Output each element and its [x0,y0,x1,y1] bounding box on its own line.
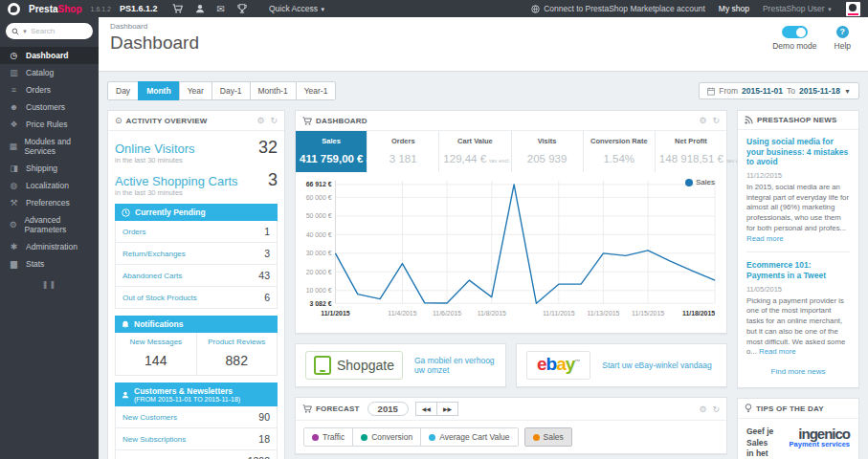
refresh-icon[interactable]: ↻ [712,116,720,125]
sidebar-item-label: Preferences [26,198,70,208]
chart-legend[interactable]: Sales [685,178,715,186]
legend-toggle-conversion[interactable]: Conversion [353,428,421,446]
help-icon[interactable]: ? [836,26,849,38]
range-button-day-1[interactable]: Day-1 [211,81,251,100]
shopgate-link[interactable]: Ga mobiel en verhoog uw omzet [414,356,496,375]
ebay-link[interactable]: Start uw eBay-winkel vandaag [602,361,711,370]
article-title[interactable]: Using social media for your business: 4 … [746,137,850,167]
kpi-value: 1.54% [588,153,651,164]
search-input[interactable] [31,27,83,35]
sidebar-item-label: Shipping [26,164,57,173]
kpi-tab-conversion-rate[interactable]: Conversion Rate 1.54% [584,131,656,172]
sidebar-item-stats[interactable]: ▆Stats [0,255,99,273]
kpi-tab-sales[interactable]: Sales 411 759,00 € tax excl. [296,131,367,172]
article-excerpt: Picking a payment provider is one of the… [746,296,850,359]
legend-toggle-sales[interactable]: Sales [524,427,572,447]
shipping-icon: ◨ [9,164,19,173]
legend-label: Conversion [371,432,412,442]
gear-icon[interactable]: ⚙ [699,404,706,414]
currently-pending-header: Currently Pending [115,204,278,221]
sidebar-item-dashboard[interactable]: ◷Dashboard [0,47,99,64]
prestashop-logo[interactable] [8,3,20,15]
list-item-orders[interactable]: Orders1 [116,221,277,243]
gear-icon[interactable]: ⚙ [256,116,264,125]
cart-icon[interactable] [172,4,183,13]
sidebar: ▼ ◷Dashboard▥Catalog≡Orders☻Customers❖Pr… [0,17,99,459]
lightbulb-icon [745,404,752,413]
sidebar-item-modules-and-services[interactable]: ▦Modules and Services [0,133,99,160]
refresh-icon[interactable]: ↻ [270,116,278,125]
list-item-new-customers[interactable]: New Customers90 [116,406,277,428]
read-more-link[interactable]: Read more [759,347,796,356]
list-item-out-of-stock-products[interactable]: Out of Stock Products6 [116,287,277,308]
kpi-tab-net-profit[interactable]: Net Profit 148 918,51 € tax excl. [656,131,726,172]
notification-value: 882 [199,353,276,368]
sidebar-item-shipping[interactable]: ◨Shipping [0,160,99,177]
kpi-tab-visits[interactable]: Visits 205 939 [512,131,584,172]
sidebar-item-localization[interactable]: ◍Localization [0,177,99,194]
legend-toggle-average-cart-value[interactable]: Average Cart Value [421,428,517,446]
date-range-picker[interactable]: From 2015-11-01 To 2015-11-18 ▼ [699,82,859,99]
read-more-link[interactable]: Read more [746,234,784,243]
sidebar-item-catalog[interactable]: ▥Catalog [0,64,99,81]
range-button-month-1[interactable]: Month-1 [250,81,297,100]
sidebar-item-price-rules[interactable]: ❖Price Rules [0,116,99,133]
gear-icon[interactable]: ⚙ [699,116,706,125]
range-button-year[interactable]: Year [179,81,212,100]
quick-access-menu[interactable]: Quick Access ▼ [269,4,325,13]
list-item-new-subscriptions[interactable]: New Subscriptions18 [116,428,277,450]
legend-dot [361,434,367,441]
forecast-title: FORECAST [316,404,360,413]
date-toolbar: DayMonthYearDay-1Month-1Year-1 From 2015… [107,81,859,100]
kpi-tab-cart-value[interactable]: Cart Value 129,44 € tax excl. [439,131,511,172]
mail-icon[interactable]: ✉ [217,4,225,14]
search-scope-caret[interactable]: ▼ [22,29,28,34]
legend-toggle-traffic[interactable]: Traffic [304,428,353,446]
avatar[interactable] [846,2,860,16]
help-control: ? Help [835,26,851,51]
sidebar-item-preferences[interactable]: ⚒Preferences [0,194,99,211]
sidebar-item-label: Orders [26,85,51,95]
refresh-icon[interactable]: ↻ [712,404,720,414]
notification-product-reviews[interactable]: Product Reviews882 [196,333,278,375]
active-carts-stat[interactable]: Active Shopping Carts 3 [115,170,278,190]
forecast-next-button[interactable]: ▶▶ [436,402,458,416]
customers-rows: New Customers90New Subscriptions18Total … [115,406,278,459]
sidebar-search[interactable]: ▼ [6,23,93,39]
sidebar-item-customers[interactable]: ☻Customers [0,98,99,116]
notification-new-messages[interactable]: New Messages144 [116,333,196,375]
kpi-label: Cart Value [443,137,506,145]
employee-icon[interactable] [195,4,205,13]
ebay-ad: ebay™ Start uw eBay-winkel vandaag [516,343,727,387]
range-button-day[interactable]: Day [107,81,139,100]
search-icon [11,28,19,35]
list-item-return-exchanges[interactable]: Return/Exchanges3 [116,243,277,265]
my-shop-link[interactable]: My shop [719,4,749,13]
sidebar-item-administration[interactable]: ✱Administration [0,238,99,255]
svg-text:30 000 €: 30 000 € [306,250,332,256]
legend-dot [429,434,435,441]
marketplace-link[interactable]: Connect to PrestaShop Marketplace accoun… [531,4,705,13]
trophy-icon[interactable] [237,4,247,13]
online-visitors-stat[interactable]: Online Visitors 32 [115,138,278,158]
demo-mode-toggle[interactable] [782,26,808,38]
user-menu[interactable]: PrestaShop User ▼ [763,4,833,13]
svg-text:11/15/2015: 11/15/2015 [632,310,664,317]
forecast-prev-button[interactable]: ◀◀ [415,402,437,416]
range-button-year-1[interactable]: Year-1 [296,81,337,100]
article-title[interactable]: Ecommerce 101: Payments in a Tweet [746,260,850,280]
kpi-tab-orders[interactable]: Orders 3 181 [367,131,439,172]
bell-icon [122,320,129,329]
find-more-news-link[interactable]: Find more news [746,367,850,376]
sidebar-item-advanced-parameters[interactable]: ⚙Advanced Parameters [0,211,99,238]
range-button-month[interactable]: Month [138,81,180,100]
list-item-total-subscribers[interactable]: Total Subscribers1308 [116,450,277,459]
shopgate-ad: Shopgate Ga mobiel en verhoog uw omzet [295,343,506,387]
svg-text:20 000 €: 20 000 € [306,269,332,275]
row-value: 3 [264,248,270,259]
sidebar-item-orders[interactable]: ≡Orders [0,81,99,98]
list-item-abandoned-carts[interactable]: Abandoned Carts43 [116,265,277,287]
pending-clock-icon [122,208,130,217]
sidebar-collapse-button[interactable]: ❚❚ [0,280,99,289]
kpi-label: Sales [300,137,363,145]
